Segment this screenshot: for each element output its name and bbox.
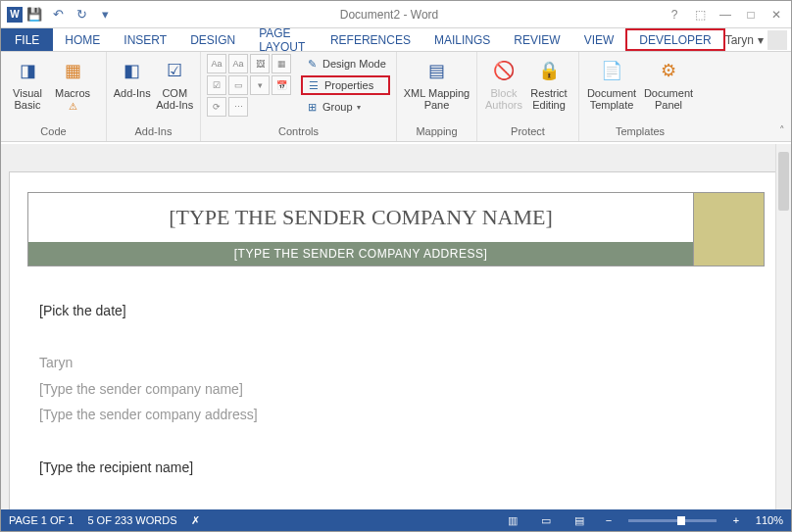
tab-home[interactable]: HOME — [53, 28, 112, 51]
ribbon-display-icon[interactable]: ⬚ — [691, 7, 709, 23]
control-combo[interactable]: ▭ — [228, 75, 248, 95]
com-addins-icon: ☑ — [161, 58, 188, 85]
save-icon[interactable]: 💾 — [26, 7, 42, 23]
letterhead: [TYPE THE SENDER COMPANY NAME] [TYPE THE… — [27, 192, 765, 266]
group-templates: 📄 Document Template ⚙ Document Panel Tem… — [579, 52, 701, 141]
web-layout-button[interactable]: ▤ — [569, 512, 589, 528]
word-app-icon: W — [7, 7, 23, 23]
redo-icon[interactable]: ↻ — [74, 7, 89, 23]
zoom-in-button[interactable]: + — [730, 514, 742, 526]
addins-icon: ◧ — [119, 58, 146, 85]
visual-basic-label: Visual Basic — [13, 87, 42, 111]
zoom-slider[interactable] — [628, 519, 717, 522]
zoom-out-button[interactable]: − — [603, 514, 615, 526]
tab-design[interactable]: DESIGN — [178, 28, 247, 51]
xml-mapping-label: XML Mapping Pane — [404, 87, 470, 111]
macros-button[interactable]: ▦ Macros ⚠ — [52, 54, 93, 119]
control-checkbox[interactable]: ☑ — [207, 75, 226, 95]
document-area: [TYPE THE SENDER COMPANY NAME] [TYPE THE… — [1, 144, 791, 509]
quick-access-toolbar: 💾 ↶ ↻ ▾ — [26, 7, 113, 23]
zoom-slider-thumb[interactable] — [677, 516, 685, 525]
control-rich-text[interactable]: Aa — [207, 54, 226, 73]
tab-developer[interactable]: DEVELOPER — [625, 28, 724, 51]
com-addins-button[interactable]: ☑ COM Add-Ins — [156, 54, 195, 119]
block-authors-label: Block Authors — [485, 87, 522, 111]
lock-icon: 🔒 — [535, 58, 563, 85]
restrict-editing-label: Restrict Editing — [530, 87, 567, 111]
group-label-protect: Protect — [483, 125, 572, 139]
control-plain-text[interactable]: Aa — [228, 54, 248, 73]
ribbon-tabs: FILE HOME INSERT DESIGN PAGE LAYOUT REFE… — [1, 28, 791, 52]
document-panel-button[interactable]: ⚙ Document Panel — [642, 54, 695, 119]
logo-placeholder[interactable] — [693, 193, 764, 266]
group-btn-label: Group — [322, 101, 353, 113]
sender-address-line[interactable]: [Type the sender company address] — [39, 402, 753, 428]
undo-icon[interactable]: ↶ — [50, 7, 66, 23]
addins-button[interactable]: ◧ Add-Ins — [113, 54, 152, 119]
sender-name-field[interactable]: Taryn — [39, 350, 753, 376]
tab-review[interactable]: REVIEW — [502, 28, 571, 51]
document-body[interactable]: [Pick the date] Taryn [Type the sender c… — [27, 266, 765, 480]
design-mode-button[interactable]: ✎ Design Mode — [301, 54, 390, 73]
control-building-block[interactable]: ▦ — [272, 54, 291, 73]
xml-mapping-button[interactable]: ▤ XML Mapping Pane — [403, 54, 470, 119]
qat-customize-icon[interactable]: ▾ — [97, 7, 113, 23]
group-button[interactable]: ⊞ Group ▾ — [301, 97, 390, 117]
close-button[interactable]: ✕ — [767, 7, 785, 23]
control-picture[interactable]: 🖼 — [250, 54, 270, 73]
tab-references[interactable]: REFERENCES — [319, 28, 422, 51]
date-field[interactable]: [Pick the date] — [39, 298, 753, 324]
group-icon: ⊞ — [305, 100, 319, 114]
warning-icon: ⚠ — [69, 101, 77, 112]
status-bar: PAGE 1 OF 1 5 OF 233 WORDS ✗ ▥ ▭ ▤ − + 1… — [1, 509, 791, 531]
group-controls: Aa Aa 🖼 ▦ ☑ ▭ ▾ 📅 ⟳ ⋯ ✎ Design Mode ☰ — [201, 52, 397, 141]
block-authors-button[interactable]: 🚫 Block Authors — [483, 54, 524, 119]
control-dropdown[interactable]: ▾ — [250, 75, 270, 95]
group-label-addins: Add-Ins — [113, 125, 194, 139]
visual-basic-button[interactable]: ◨ Visual Basic — [7, 54, 48, 119]
tab-file[interactable]: FILE — [1, 28, 53, 51]
help-icon[interactable]: ? — [666, 7, 683, 23]
doc-template-label: Document Template — [587, 87, 636, 111]
page-indicator[interactable]: PAGE 1 OF 1 — [9, 514, 74, 526]
document-page[interactable]: [TYPE THE SENDER COMPANY NAME] [TYPE THE… — [9, 171, 783, 509]
sender-company-line[interactable]: [Type the sender company name] — [39, 376, 753, 403]
block-authors-icon: 🚫 — [490, 58, 518, 85]
tab-page-layout[interactable]: PAGE LAYOUT — [247, 28, 319, 51]
ruler-pencil-icon: ✎ — [305, 57, 319, 71]
collapse-ribbon-icon[interactable]: ˄ — [779, 124, 785, 137]
recipient-name-field[interactable]: [Type the recipient name] — [39, 455, 753, 481]
visual-basic-icon: ◨ — [14, 58, 41, 85]
group-mapping: ▤ XML Mapping Pane Mapping — [397, 52, 477, 141]
properties-button[interactable]: ☰ Properties — [301, 75, 390, 95]
restrict-editing-button[interactable]: 🔒 Restrict Editing — [528, 54, 569, 119]
sender-company-name-field[interactable]: [TYPE THE SENDER COMPANY NAME] — [28, 193, 693, 242]
sender-company-address-field[interactable]: [TYPE THE SENDER COMPANY ADDRESS] — [28, 242, 693, 266]
zoom-level[interactable]: 110% — [756, 514, 783, 526]
ribbon: ◨ Visual Basic ▦ Macros ⚠ Code ◧ Add-Ins… — [1, 52, 791, 142]
chevron-down-icon: ▾ — [357, 103, 361, 112]
proofing-icon[interactable]: ✗ — [191, 514, 200, 527]
control-date[interactable]: 📅 — [272, 75, 291, 95]
control-repeating[interactable]: ⟳ — [207, 97, 226, 117]
account-menu[interactable]: Taryn ▾ — [725, 28, 791, 51]
macros-label: Macros — [55, 87, 90, 99]
tab-view[interactable]: VIEW — [572, 28, 626, 51]
tab-insert[interactable]: INSERT — [112, 28, 178, 51]
tab-mailings[interactable]: MAILINGS — [422, 28, 502, 51]
word-count[interactable]: 5 OF 233 WORDS — [87, 514, 176, 526]
scrollbar-thumb[interactable] — [778, 152, 789, 211]
group-label-code: Code — [7, 125, 100, 139]
account-name: Taryn — [725, 33, 754, 47]
xml-mapping-icon: ▤ — [423, 58, 451, 85]
minimize-button[interactable]: — — [717, 7, 734, 23]
vertical-scrollbar[interactable] — [775, 144, 791, 509]
group-protect: 🚫 Block Authors 🔒 Restrict Editing Prote… — [477, 52, 579, 141]
print-layout-button[interactable]: ▭ — [536, 512, 556, 528]
maximize-button[interactable]: □ — [742, 7, 760, 23]
chevron-down-icon: ▾ — [758, 33, 764, 47]
document-template-button[interactable]: 📄 Document Template — [585, 54, 638, 119]
control-legacy[interactable]: ⋯ — [228, 97, 248, 117]
read-mode-button[interactable]: ▥ — [503, 512, 522, 528]
doc-panel-icon: ⚙ — [655, 58, 682, 85]
